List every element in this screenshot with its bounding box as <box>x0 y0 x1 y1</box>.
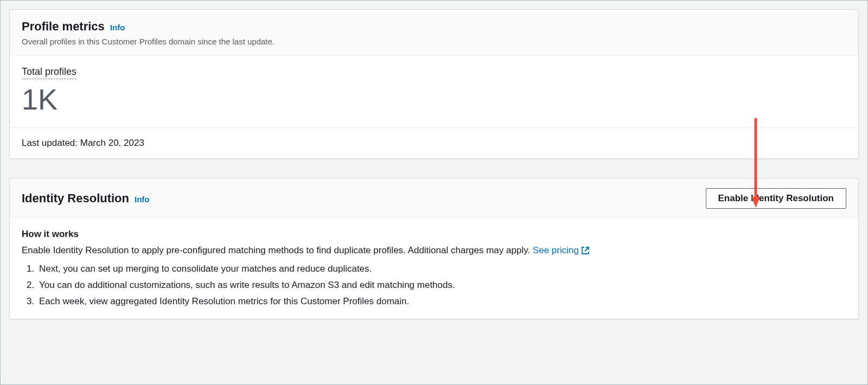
identity-resolution-panel: Identity Resolution Info Enable Identity… <box>9 178 859 319</box>
identity-resolution-header: Identity Resolution Info Enable Identity… <box>10 178 858 218</box>
list-item: You can do additional customizations, su… <box>37 280 846 291</box>
identity-resolution-title: Identity Resolution <box>22 191 129 206</box>
total-profiles-label: Total profiles <box>22 66 76 79</box>
identity-resolution-body: How it works Enable Identity Resolution … <box>10 218 858 319</box>
identity-resolution-info-link[interactable]: Info <box>135 195 150 204</box>
external-link-icon <box>581 246 590 255</box>
list-item: Next, you can set up merging to consolid… <box>37 264 846 274</box>
profile-metrics-footer: Last updated: March 20, 2023 <box>10 127 858 158</box>
see-pricing-link[interactable]: See pricing <box>533 245 590 256</box>
profile-metrics-panel: Profile metrics Info Overall profiles in… <box>9 9 859 159</box>
profile-metrics-info-link[interactable]: Info <box>110 23 125 32</box>
profile-metrics-header: Profile metrics Info Overall profiles in… <box>10 10 858 55</box>
how-it-works-title: How it works <box>22 229 846 240</box>
profile-metrics-title: Profile metrics <box>22 20 105 34</box>
profile-metrics-body: Total profiles 1K <box>10 55 858 127</box>
enable-identity-resolution-button[interactable]: Enable Identity Resolution <box>706 188 846 209</box>
total-profiles-value: 1K <box>22 84 846 116</box>
profile-metrics-subtitle: Overall profiles in this Customer Profil… <box>22 37 846 46</box>
how-it-works-steps: Next, you can set up merging to consolid… <box>22 264 846 307</box>
identity-resolution-description: Enable Identity Resolution to apply pre-… <box>22 245 846 256</box>
last-updated-text: Last updated: March 20, 2023 <box>22 138 144 148</box>
list-item: Each week, view aggregated Identity Reso… <box>37 296 846 307</box>
